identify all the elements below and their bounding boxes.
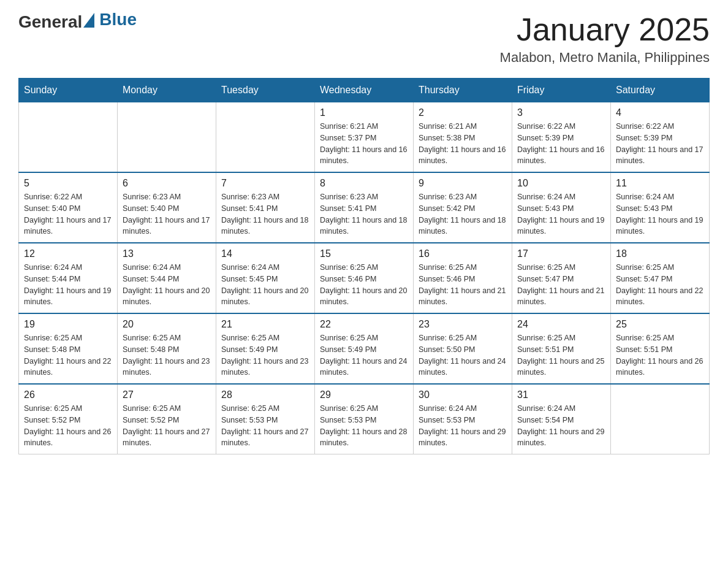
logo: General Blue (18, 12, 137, 32)
page-header: General Blue January 2025 Malabon, Metro… (18, 12, 710, 66)
calendar-cell: 13Sunrise: 6:24 AM Sunset: 5:44 PM Dayli… (118, 243, 216, 313)
calendar-cell: 19Sunrise: 6:25 AM Sunset: 5:48 PM Dayli… (19, 313, 118, 384)
day-info: Sunrise: 6:24 AM Sunset: 5:45 PM Dayligh… (221, 262, 309, 308)
day-number: 8 (320, 178, 408, 189)
calendar-cell: 3Sunrise: 6:22 AM Sunset: 5:39 PM Daylig… (512, 102, 611, 173)
calendar-week-row: 12Sunrise: 6:24 AM Sunset: 5:44 PM Dayli… (19, 243, 710, 313)
day-number: 26 (24, 389, 112, 400)
calendar-cell: 15Sunrise: 6:25 AM Sunset: 5:46 PM Dayli… (315, 243, 414, 313)
calendar-cell: 11Sunrise: 6:24 AM Sunset: 5:43 PM Dayli… (611, 172, 710, 243)
day-number: 11 (616, 178, 704, 189)
calendar-cell (216, 102, 315, 173)
day-info: Sunrise: 6:24 AM Sunset: 5:44 PM Dayligh… (123, 262, 211, 308)
calendar-cell: 16Sunrise: 6:25 AM Sunset: 5:46 PM Dayli… (414, 243, 512, 313)
calendar-cell: 8Sunrise: 6:23 AM Sunset: 5:41 PM Daylig… (315, 172, 414, 243)
day-number: 27 (123, 389, 211, 400)
day-number: 16 (419, 248, 507, 259)
calendar-cell: 27Sunrise: 6:25 AM Sunset: 5:52 PM Dayli… (118, 384, 216, 454)
calendar-cell: 12Sunrise: 6:24 AM Sunset: 5:44 PM Dayli… (19, 243, 118, 313)
logo-text-blue: Blue (99, 10, 137, 29)
location-title: Malabon, Metro Manila, Philippines (500, 50, 710, 66)
calendar-cell: 9Sunrise: 6:23 AM Sunset: 5:42 PM Daylig… (414, 172, 512, 243)
day-info: Sunrise: 6:25 AM Sunset: 5:53 PM Dayligh… (221, 403, 309, 449)
day-number: 22 (320, 319, 408, 330)
calendar-cell (118, 102, 216, 173)
calendar-header-tuesday: Tuesday (216, 79, 315, 102)
day-number: 4 (616, 107, 704, 118)
day-info: Sunrise: 6:22 AM Sunset: 5:39 PM Dayligh… (517, 121, 605, 167)
calendar-week-row: 19Sunrise: 6:25 AM Sunset: 5:48 PM Dayli… (19, 313, 710, 384)
day-number: 1 (320, 107, 408, 118)
day-number: 25 (616, 319, 704, 330)
calendar-header-saturday: Saturday (611, 79, 710, 102)
day-info: Sunrise: 6:21 AM Sunset: 5:38 PM Dayligh… (419, 121, 507, 167)
title-block: January 2025 Malabon, Metro Manila, Phil… (500, 12, 710, 66)
day-number: 19 (24, 319, 112, 330)
day-info: Sunrise: 6:24 AM Sunset: 5:43 PM Dayligh… (616, 191, 704, 237)
logo-triangle-icon (83, 13, 94, 28)
day-info: Sunrise: 6:25 AM Sunset: 5:46 PM Dayligh… (320, 262, 408, 308)
day-number: 15 (320, 248, 408, 259)
day-info: Sunrise: 6:25 AM Sunset: 5:52 PM Dayligh… (24, 403, 112, 449)
day-info: Sunrise: 6:25 AM Sunset: 5:48 PM Dayligh… (123, 332, 211, 378)
calendar-week-row: 26Sunrise: 6:25 AM Sunset: 5:52 PM Dayli… (19, 384, 710, 454)
calendar-cell: 25Sunrise: 6:25 AM Sunset: 5:51 PM Dayli… (611, 313, 710, 384)
calendar-cell: 26Sunrise: 6:25 AM Sunset: 5:52 PM Dayli… (19, 384, 118, 454)
calendar-cell: 18Sunrise: 6:25 AM Sunset: 5:47 PM Dayli… (611, 243, 710, 313)
calendar-cell: 5Sunrise: 6:22 AM Sunset: 5:40 PM Daylig… (19, 172, 118, 243)
calendar-cell: 17Sunrise: 6:25 AM Sunset: 5:47 PM Dayli… (512, 243, 611, 313)
calendar-header-thursday: Thursday (414, 79, 512, 102)
day-number: 31 (517, 389, 605, 400)
calendar-cell: 31Sunrise: 6:24 AM Sunset: 5:54 PM Dayli… (512, 384, 611, 454)
day-info: Sunrise: 6:24 AM Sunset: 5:44 PM Dayligh… (24, 262, 112, 308)
day-info: Sunrise: 6:25 AM Sunset: 5:51 PM Dayligh… (616, 332, 704, 378)
day-number: 28 (221, 389, 309, 400)
day-info: Sunrise: 6:25 AM Sunset: 5:46 PM Dayligh… (419, 262, 507, 308)
calendar-cell (611, 384, 710, 454)
day-number: 13 (123, 248, 211, 259)
calendar-cell: 24Sunrise: 6:25 AM Sunset: 5:51 PM Dayli… (512, 313, 611, 384)
calendar-cell: 7Sunrise: 6:23 AM Sunset: 5:41 PM Daylig… (216, 172, 315, 243)
day-number: 9 (419, 178, 507, 189)
day-info: Sunrise: 6:23 AM Sunset: 5:42 PM Dayligh… (419, 191, 507, 237)
calendar-cell: 1Sunrise: 6:21 AM Sunset: 5:37 PM Daylig… (315, 102, 414, 173)
calendar-cell: 21Sunrise: 6:25 AM Sunset: 5:49 PM Dayli… (216, 313, 315, 384)
day-info: Sunrise: 6:24 AM Sunset: 5:54 PM Dayligh… (517, 403, 605, 449)
calendar-header-wednesday: Wednesday (315, 79, 414, 102)
day-number: 7 (221, 178, 309, 189)
day-info: Sunrise: 6:25 AM Sunset: 5:50 PM Dayligh… (419, 332, 507, 378)
day-info: Sunrise: 6:23 AM Sunset: 5:41 PM Dayligh… (320, 191, 408, 237)
calendar-cell: 4Sunrise: 6:22 AM Sunset: 5:39 PM Daylig… (611, 102, 710, 173)
calendar-cell: 23Sunrise: 6:25 AM Sunset: 5:50 PM Dayli… (414, 313, 512, 384)
calendar-cell (19, 102, 118, 173)
day-number: 21 (221, 319, 309, 330)
calendar-cell: 29Sunrise: 6:25 AM Sunset: 5:53 PM Dayli… (315, 384, 414, 454)
day-number: 18 (616, 248, 704, 259)
day-info: Sunrise: 6:24 AM Sunset: 5:43 PM Dayligh… (517, 191, 605, 237)
month-title: January 2025 (500, 12, 710, 47)
svg-marker-0 (83, 13, 94, 28)
day-info: Sunrise: 6:25 AM Sunset: 5:49 PM Dayligh… (221, 332, 309, 378)
day-info: Sunrise: 6:25 AM Sunset: 5:52 PM Dayligh… (123, 403, 211, 449)
day-number: 6 (123, 178, 211, 189)
day-info: Sunrise: 6:23 AM Sunset: 5:41 PM Dayligh… (221, 191, 309, 237)
calendar-cell: 28Sunrise: 6:25 AM Sunset: 5:53 PM Dayli… (216, 384, 315, 454)
calendar-header-sunday: Sunday (19, 79, 118, 102)
calendar-cell: 6Sunrise: 6:23 AM Sunset: 5:40 PM Daylig… (118, 172, 216, 243)
day-number: 29 (320, 389, 408, 400)
day-number: 12 (24, 248, 112, 259)
day-number: 14 (221, 248, 309, 259)
logo-text-general: General (18, 12, 82, 32)
day-info: Sunrise: 6:25 AM Sunset: 5:47 PM Dayligh… (517, 262, 605, 308)
day-info: Sunrise: 6:24 AM Sunset: 5:53 PM Dayligh… (419, 403, 507, 449)
day-info: Sunrise: 6:21 AM Sunset: 5:37 PM Dayligh… (320, 121, 408, 167)
calendar-header-friday: Friday (512, 79, 611, 102)
day-number: 30 (419, 389, 507, 400)
day-info: Sunrise: 6:25 AM Sunset: 5:51 PM Dayligh… (517, 332, 605, 378)
day-number: 24 (517, 319, 605, 330)
day-number: 3 (517, 107, 605, 118)
day-info: Sunrise: 6:25 AM Sunset: 5:53 PM Dayligh… (320, 403, 408, 449)
day-number: 23 (419, 319, 507, 330)
calendar-table: SundayMondayTuesdayWednesdayThursdayFrid… (18, 78, 710, 454)
day-info: Sunrise: 6:22 AM Sunset: 5:39 PM Dayligh… (616, 121, 704, 167)
